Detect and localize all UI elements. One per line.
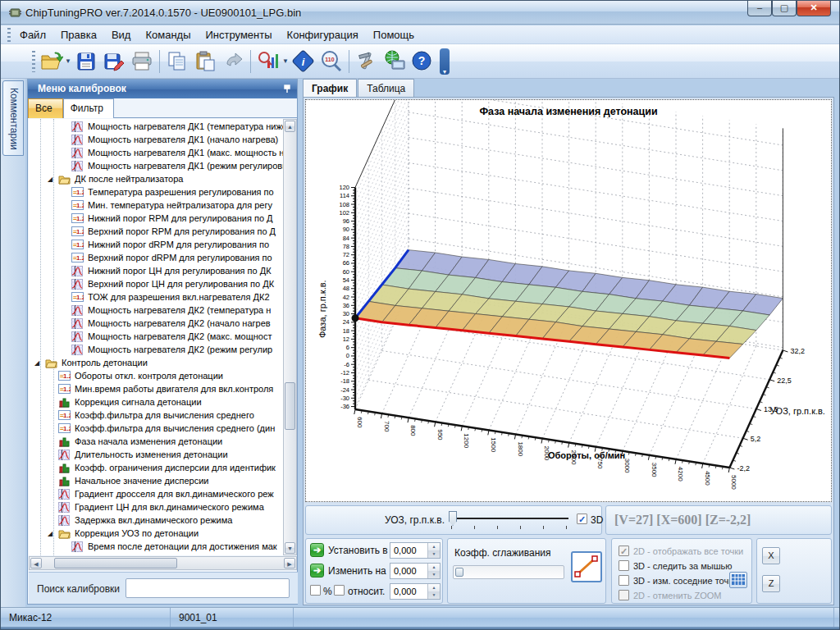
smoothing-slider-thumb[interactable] bbox=[455, 568, 463, 577]
expand-arrow-icon[interactable]: ◢ bbox=[34, 359, 39, 367]
tree-item[interactable]: Длительность изменения детонации bbox=[29, 449, 283, 462]
tree-folder[interactable]: ◢Коррекция УОЗ по детонации bbox=[29, 527, 283, 541]
tree-item[interactable]: =1.2Коэфф.фильтра для вычисления среднег… bbox=[29, 409, 283, 422]
tree-item[interactable]: =1.2ТОЖ для разрешения вкл.нагревателя Д… bbox=[29, 291, 283, 304]
scroll-left-button[interactable]: ◀ bbox=[30, 558, 42, 568]
pin-icon[interactable] bbox=[282, 84, 292, 94]
chart-view-icon[interactable] bbox=[256, 49, 281, 74]
tree-item[interactable]: Коэфф. ограничения дисперсии для идентиф… bbox=[29, 462, 283, 475]
scroll-down-button[interactable]: ▼ bbox=[285, 542, 295, 554]
relative-spinner[interactable]: 0,000 ▲▼ bbox=[390, 583, 441, 600]
tree-item[interactable]: Верхний порог ЦН для регулирования по ДК bbox=[29, 278, 283, 291]
interpolate-button[interactable] bbox=[571, 551, 602, 582]
z-axis-button[interactable]: Z bbox=[762, 575, 780, 592]
scroll-right-button[interactable]: ▶ bbox=[284, 558, 295, 568]
tree-item[interactable]: Фаза начала изменения детонации bbox=[29, 436, 283, 449]
tree-item[interactable]: =1.2Температура разрешения регулирования… bbox=[29, 186, 283, 199]
close-button[interactable]: ✕ bbox=[797, 1, 831, 16]
tree-item[interactable]: Градиент ЦН для вкл.динамического режима bbox=[29, 501, 283, 514]
x-axis-button[interactable]: X bbox=[762, 547, 780, 564]
tree-item[interactable]: Время после детонации для достижения мак bbox=[29, 541, 283, 554]
relative-checkbox[interactable] bbox=[334, 585, 345, 596]
tools-icon[interactable] bbox=[354, 49, 379, 74]
calibration-tab-Фильтр[interactable]: Фильтр bbox=[63, 98, 114, 118]
tree-item[interactable]: Мощность нагревателя ДК2 (режим регулир bbox=[29, 344, 283, 357]
change-value-button[interactable]: ➔ bbox=[310, 564, 324, 578]
tree-item[interactable]: =1.2Коэфф.фильтра для вычисления среднег… bbox=[29, 422, 283, 436]
option-checkbox[interactable] bbox=[619, 560, 629, 571]
tree-item[interactable]: Мощность нагревателя ДК2 (начало нагрев bbox=[29, 317, 283, 331]
tree-horizontal-scrollbar[interactable]: ◀ ▶ bbox=[29, 556, 297, 570]
tree-item[interactable]: Мощность нагревателя ДК1 (начало нагрева… bbox=[29, 134, 283, 147]
comments-side-tab[interactable]: Комментарии bbox=[2, 80, 24, 156]
tree-item[interactable]: Мощность нагревателя ДК2 (макс. мощност bbox=[29, 331, 283, 344]
menu-item-Команды[interactable]: Команды bbox=[138, 25, 198, 44]
menu-item-Вид[interactable]: Вид bbox=[104, 25, 139, 44]
set-value-spinner[interactable]: 0,000 ▲▼ bbox=[390, 542, 441, 559]
calibration-tab-Все[interactable]: Все bbox=[28, 98, 63, 118]
grid-icon-button[interactable] bbox=[729, 572, 747, 588]
minimize-button[interactable]: – bbox=[747, 1, 772, 16]
tree-item[interactable]: =1.2Нижний порог RPM для регулирования п… bbox=[29, 212, 283, 226]
calibration-search-input[interactable] bbox=[126, 578, 290, 598]
tree-item[interactable]: =1.2Нижний порог dRPM для регулирования … bbox=[29, 239, 283, 252]
expand-arrow-icon[interactable]: ◢ bbox=[48, 176, 52, 183]
print-icon[interactable] bbox=[130, 49, 154, 74]
tree-item[interactable]: Коррекция сигнала детонации bbox=[29, 396, 283, 409]
tree-vertical-scrollbar[interactable]: ▲ ▼ bbox=[283, 119, 297, 555]
dropdown-caret-icon[interactable]: ▼ bbox=[282, 49, 290, 74]
view-tab-Таблица[interactable]: Таблица bbox=[358, 79, 414, 98]
tree-item[interactable]: Мощность нагревателя ДК2 (температура н bbox=[29, 304, 283, 317]
info-icon[interactable]: i bbox=[291, 49, 316, 74]
tree-item[interactable]: Мощность нагревателя ДК1 (макс. мощность… bbox=[29, 147, 283, 160]
tree-item[interactable]: =1.2Верхний порог RPM для регулирования … bbox=[29, 226, 283, 239]
set-value-button[interactable]: ➔ bbox=[310, 543, 324, 557]
tree-folder[interactable]: ◢Контроль детонации bbox=[29, 357, 283, 370]
tree-item[interactable]: Мощность нагревателя ДК1 (температура ни… bbox=[29, 121, 283, 134]
tree-item[interactable]: Начальное значение дисперсии bbox=[29, 475, 283, 488]
tree-item[interactable]: Градиент дросселя для вкл.динамического … bbox=[29, 488, 283, 501]
option-checkbox[interactable] bbox=[619, 575, 629, 586]
spinner-arrows[interactable]: ▲▼ bbox=[427, 564, 440, 578]
expand-arrow-icon[interactable]: ◢ bbox=[48, 530, 52, 537]
tree-item[interactable]: =1.2Мин.время работы двигателя для вкл.к… bbox=[29, 383, 283, 396]
menu-item-Помощь[interactable]: Помощь bbox=[366, 25, 422, 44]
find-value-icon[interactable]: 110 bbox=[319, 49, 344, 74]
smoothing-slider[interactable] bbox=[453, 565, 564, 579]
menu-item-Инструменты[interactable]: Инструменты bbox=[199, 25, 280, 44]
tree-item[interactable]: =1.2Обороты откл. контроля детонации bbox=[29, 370, 283, 383]
undo-icon[interactable] bbox=[221, 49, 245, 74]
tree-item[interactable]: =1.2Мин. температура нейтрализатора для … bbox=[29, 199, 283, 212]
tree-folder[interactable]: ◢ДК после нейтрализатора bbox=[29, 173, 283, 186]
maximize-button[interactable]: ▢ bbox=[772, 1, 797, 16]
3d-checkbox[interactable]: ✓ bbox=[577, 514, 587, 524]
tree-vscroll-thumb[interactable] bbox=[285, 382, 295, 430]
copy-icon[interactable] bbox=[165, 49, 189, 74]
uoz-slider-track[interactable] bbox=[450, 518, 568, 519]
dropdown-caret-icon[interactable]: ▼ bbox=[65, 49, 72, 74]
tree-item[interactable]: Задержка вкл.динамического режима bbox=[29, 514, 283, 527]
paste-icon[interactable] bbox=[193, 49, 217, 74]
toolbar-overflow-button[interactable]: ▾ bbox=[440, 48, 450, 75]
spinner-arrows[interactable]: ▲▼ bbox=[427, 584, 440, 599]
spinner-arrows[interactable]: ▲▼ bbox=[427, 543, 440, 558]
menu-item-Файл[interactable]: Файл bbox=[12, 25, 53, 44]
change-value-spinner[interactable]: 0,000 ▲▼ bbox=[390, 563, 441, 579]
menu-item-Правка[interactable]: Правка bbox=[53, 25, 104, 44]
percent-checkbox[interactable] bbox=[310, 585, 321, 596]
tree-item[interactable]: =1.2Верхний порог dRPM для регулирования… bbox=[29, 252, 283, 265]
online-icon[interactable] bbox=[382, 49, 407, 74]
save-as-icon[interactable] bbox=[102, 49, 126, 74]
help-icon[interactable]: ? bbox=[410, 49, 435, 74]
tree-hscroll-thumb[interactable] bbox=[54, 558, 177, 568]
scroll-up-button[interactable]: ▲ bbox=[285, 121, 295, 132]
uoz-slider-thumb[interactable] bbox=[449, 511, 457, 526]
tree-item[interactable]: Нижний порог ЦН для регулирования по ДК bbox=[29, 265, 283, 278]
open-file-icon[interactable] bbox=[39, 49, 63, 74]
save-icon[interactable] bbox=[74, 49, 98, 74]
calibration-panel-header[interactable]: Меню калибровок bbox=[28, 80, 297, 98]
chart-area[interactable]: -36-30-24-18-12-606121824303642485460667… bbox=[305, 99, 832, 502]
view-tab-График[interactable]: График bbox=[303, 79, 357, 98]
tree-item[interactable]: Мощность нагревателя ДК1 (режим регулиро… bbox=[29, 160, 283, 173]
title-bar[interactable]: ChipTuningPRO ver.7.2014.0.1570 - UE0900… bbox=[1, 1, 840, 25]
